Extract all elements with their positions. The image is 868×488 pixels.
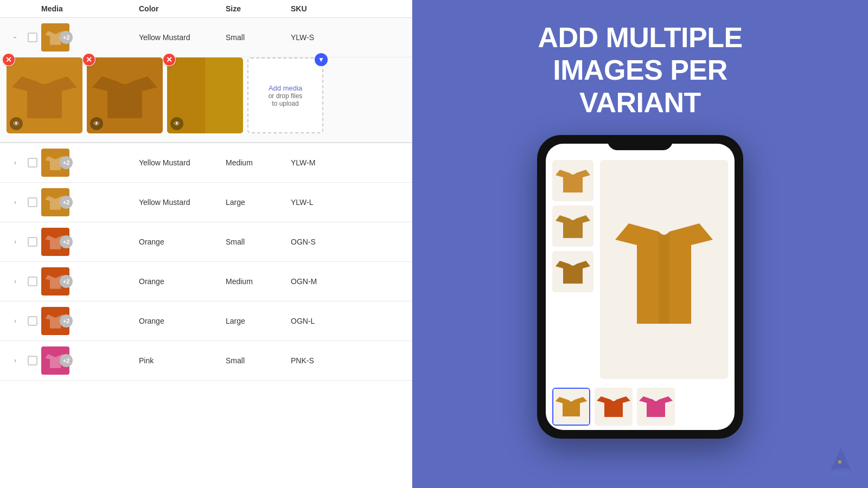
check-input[interactable] [28,356,37,365]
size-ylw-l: Large [226,198,291,207]
remove-media-1-button[interactable]: ✕ [2,53,15,66]
expand-toggle-ylw-m[interactable]: › [7,159,24,166]
chevron-down-icon: › [11,36,19,38]
media-thumb-ogn-s: +2 [41,228,139,256]
color-ogn-m: Orange [139,277,226,286]
svg-point-12 [830,468,852,475]
phone-content [546,144,735,383]
chevron-right-icon: › [14,159,16,166]
chevron-right-icon: › [14,357,16,364]
add-media-dropdown-button[interactable]: ▼ [315,53,328,66]
media-count-badge: +2 [60,275,73,288]
table-header: Media Color Size SKU [0,0,412,18]
media-thumb-ylw-m: +2 [41,149,139,177]
check-input[interactable] [28,33,37,42]
sku-ogn-l: OGN-L [291,317,405,325]
phone-carousel [546,383,735,430]
add-media-upload-label: to upload [272,100,298,107]
promo-title: ADD MULTIPLEIMAGES PERVARIANT [538,22,742,119]
media-item-1: ✕ 👁 [7,57,82,133]
add-media-drop-label: or drop files [269,92,303,100]
remove-media-2-button[interactable]: ✕ [82,53,95,66]
phone-thumbnail-list [552,160,596,379]
size-ogn-s: Small [226,237,291,246]
chevron-right-icon: › [14,278,16,285]
media-thumb-ylw-s: +2 [41,23,139,52]
media-count-badge: +2 [60,156,73,169]
sku-pnk-s: PNK-S [291,356,405,365]
checkbox-ogn-l[interactable] [24,316,41,326]
right-panel: ADD MULTIPLEIMAGES PERVARIANT [412,0,868,488]
table-row[interactable]: › +2 Pink Small PNK-S [0,341,412,381]
add-media-label: Add media [269,84,302,92]
media-thumb-ylw-l: +2 [41,188,139,216]
color-ylw-s: Yellow Mustard [139,33,226,42]
expand-toggle-ogn-l[interactable]: › [7,317,24,325]
carousel-item-2 [595,388,633,426]
table-row[interactable]: › +2 Orange Large OGN-L [0,301,412,341]
check-input[interactable] [28,277,37,286]
size-ogn-m: Medium [226,277,291,286]
color-ylw-m: Yellow Mustard [139,158,226,167]
sku-ogn-m: OGN-M [291,277,405,286]
table-row[interactable]: › +2 Yellow Mustard Medium YLW-M [0,143,412,183]
expanded-media-section: ✕ 👁 ✕ [0,57,412,143]
col-color-header: Color [139,4,226,13]
size-ylw-s: Small [226,33,291,42]
close-icon: ✕ [86,56,92,63]
table-row[interactable]: › +2 Yellow Mustard Large YLW-L [0,183,412,222]
media-thumb-ogn-l: +2 [41,307,139,335]
phone-screen [546,144,735,430]
expand-toggle-ogn-m[interactable]: › [7,278,24,285]
table-row[interactable]: › +2 Orange Small OGN-S [0,222,412,262]
checkbox-pnk-s[interactable] [24,356,41,365]
checkbox-ylw-l[interactable] [24,197,41,207]
sku-ylw-l: YLW-L [291,198,405,207]
checkbox-ylw-s[interactable] [24,33,41,42]
phone-thumb-2 [552,206,593,247]
col-sku-header: SKU [291,4,405,13]
sku-ylw-m: YLW-M [291,158,405,167]
color-ogn-l: Orange [139,317,226,325]
remove-media-3-button[interactable]: ✕ [163,53,176,66]
checkbox-ylw-m[interactable] [24,158,41,168]
color-pnk-s: Pink [139,356,226,365]
size-pnk-s: Small [226,356,291,365]
size-ylw-m: Medium [226,158,291,167]
chevron-right-icon: › [14,198,16,206]
table-row[interactable]: › +2 Orange Medium OGN-M [0,262,412,301]
col-media-header: Media [41,4,139,13]
expand-toggle-ylw-l[interactable]: › [7,198,24,206]
color-ylw-l: Yellow Mustard [139,198,226,207]
check-input[interactable] [28,197,37,207]
chevron-right-icon: › [14,238,16,246]
close-icon: ✕ [5,56,12,63]
sku-ylw-s: YLW-S [291,33,405,42]
checkbox-ogn-s[interactable] [24,237,41,247]
eye-icon-1[interactable]: 👁 [10,117,23,130]
media-item-3: ✕ 👁 [167,57,243,133]
size-ogn-l: Large [226,317,291,325]
wizard-hat-icon [825,445,857,477]
carousel-item-1 [552,388,590,426]
close-icon: ✕ [166,56,173,63]
add-media-button[interactable]: ▼ Add media or drop files to upload [247,57,323,133]
expand-toggle-ylw-s[interactable]: › [7,34,24,41]
media-count-badge: +2 [60,196,73,209]
media-count-badge: +2 [60,31,73,44]
phone-thumb-3 [552,251,593,292]
color-ogn-s: Orange [139,237,226,246]
svg-marker-11 [830,447,852,472]
svg-point-13 [838,460,841,464]
check-input[interactable] [28,158,37,168]
expand-toggle-ogn-s[interactable]: › [7,238,24,246]
left-panel: Media Color Size SKU › +2 Yellow Mustard… [0,0,412,488]
eye-icon-2[interactable]: 👁 [90,117,103,130]
checkbox-ogn-m[interactable] [24,277,41,286]
eye-icon-3[interactable]: 👁 [170,117,183,130]
media-count-badge: +2 [60,235,73,248]
check-input[interactable] [28,237,37,247]
expand-toggle-pnk-s[interactable]: › [7,357,24,364]
check-input[interactable] [28,316,37,326]
table-row[interactable]: › +2 Yellow Mustard Small YLW-S [0,18,412,57]
